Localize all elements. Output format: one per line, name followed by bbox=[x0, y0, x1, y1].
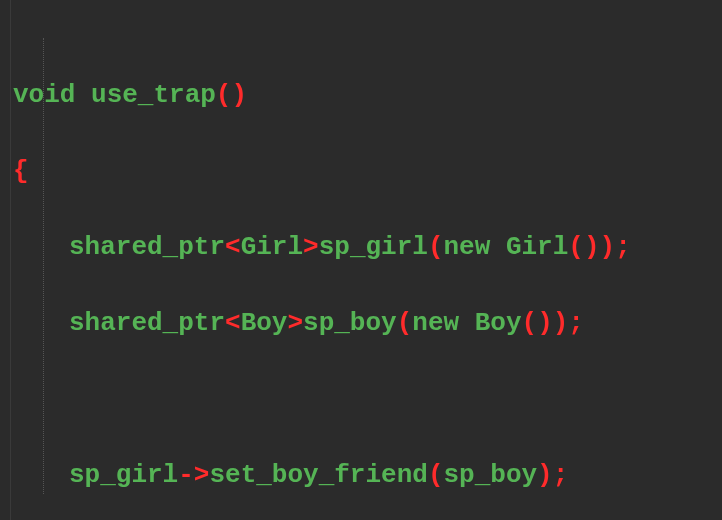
semicolon: ; bbox=[568, 308, 584, 338]
angle-close: > bbox=[303, 232, 319, 262]
type-boy: Boy bbox=[241, 308, 288, 338]
semicolon: ; bbox=[615, 232, 631, 262]
code-editor: void use_trap() { shared_ptr<Girl>sp_gir… bbox=[0, 0, 722, 520]
code-line: shared_ptr<Girl>sp_girl(new Girl()); bbox=[13, 228, 631, 266]
method-setboyfriend: set_boy_friend bbox=[209, 460, 427, 490]
paren-close: ) bbox=[553, 308, 569, 338]
editor-gutter bbox=[0, 0, 11, 520]
paren: () bbox=[216, 80, 247, 110]
type-boy: Boy bbox=[459, 308, 521, 338]
indent-guide bbox=[43, 38, 44, 494]
angle-open: < bbox=[225, 308, 241, 338]
code-line: void use_trap() bbox=[13, 76, 631, 114]
var-spgirl: sp_girl bbox=[319, 232, 428, 262]
var-spboy: sp_boy bbox=[303, 308, 397, 338]
arg-spboy: sp_boy bbox=[443, 460, 537, 490]
type-sharedptr: shared_ptr bbox=[69, 232, 225, 262]
paren: () bbox=[568, 232, 599, 262]
function-name: use_trap bbox=[75, 80, 215, 110]
angle-open: < bbox=[225, 232, 241, 262]
code-line: { bbox=[13, 152, 631, 190]
paren-open: ( bbox=[428, 460, 444, 490]
blank-line bbox=[13, 380, 631, 418]
keyword-new: new bbox=[444, 232, 491, 262]
angle-close: > bbox=[287, 308, 303, 338]
paren: () bbox=[522, 308, 553, 338]
code-line: sp_girl->set_boy_friend(sp_boy); bbox=[13, 456, 631, 494]
arrow-op: -> bbox=[178, 460, 209, 490]
type-sharedptr: shared_ptr bbox=[69, 308, 225, 338]
paren-open: ( bbox=[428, 232, 444, 262]
var-spgirl: sp_girl bbox=[69, 460, 178, 490]
paren-close: ) bbox=[600, 232, 616, 262]
paren-close: ) bbox=[537, 460, 553, 490]
paren-open: ( bbox=[397, 308, 413, 338]
semicolon: ; bbox=[553, 460, 569, 490]
type-girl: Girl bbox=[241, 232, 303, 262]
keyword-new: new bbox=[412, 308, 459, 338]
type-girl: Girl bbox=[490, 232, 568, 262]
keyword-void: void bbox=[13, 80, 75, 110]
brace-open: { bbox=[13, 156, 29, 186]
code-line: shared_ptr<Boy>sp_boy(new Boy()); bbox=[13, 304, 631, 342]
code-area: void use_trap() { shared_ptr<Girl>sp_gir… bbox=[11, 0, 631, 520]
